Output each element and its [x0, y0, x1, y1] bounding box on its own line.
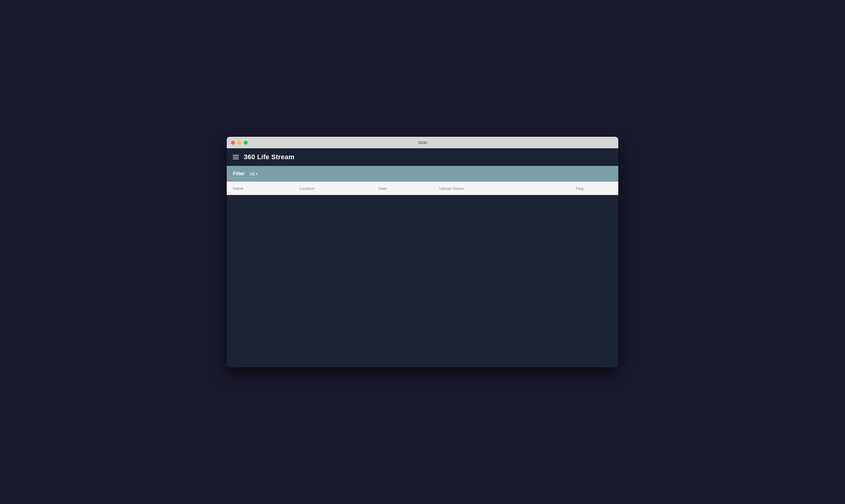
column-header-flag: Flag — [576, 186, 612, 191]
minimize-button[interactable] — [237, 141, 241, 145]
close-button[interactable] — [231, 141, 235, 145]
column-header-name: Name — [233, 186, 299, 191]
app-window: 360ls 360 Life Stream Filter All ▾ Name … — [227, 137, 618, 367]
filter-selected-value: All — [249, 171, 255, 177]
chevron-down-icon: ▾ — [256, 172, 258, 176]
filter-bar: Filter All ▾ — [227, 166, 618, 182]
window-title: 360ls — [418, 140, 427, 145]
app-header: 360 Life Stream — [227, 148, 618, 166]
filter-label: Filter — [233, 171, 245, 177]
column-header-upload-status: Upload Status — [439, 186, 576, 191]
title-bar: 360ls — [227, 137, 618, 148]
column-header-location: Location — [299, 186, 379, 191]
filter-dropdown[interactable]: All ▾ — [249, 171, 258, 177]
window-controls — [231, 141, 248, 145]
column-header-date: Date — [379, 186, 439, 191]
maximize-button[interactable] — [244, 141, 248, 145]
table-header: Name Location Date Upload Status Flag — [227, 182, 618, 195]
app-title: 360 Life Stream — [244, 153, 294, 161]
menu-button[interactable] — [233, 155, 239, 159]
table-body — [227, 195, 618, 367]
